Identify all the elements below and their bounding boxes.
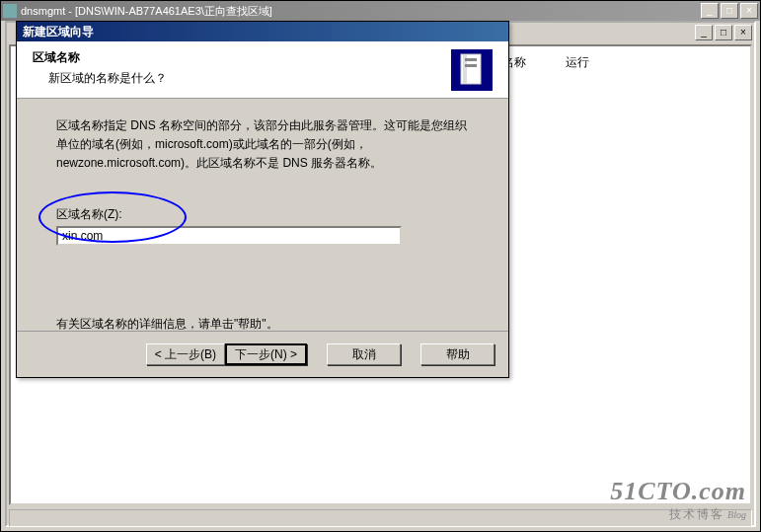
new-zone-wizard-dialog: 新建区域向导 区域名称 新区域的名称是什么？ 区域名称指定 DNS 名称空间的部… [16, 21, 509, 378]
close-button[interactable]: × [740, 3, 758, 19]
watermark-line2: 技术博客 [669, 507, 724, 521]
cancel-button[interactable]: 取消 [327, 343, 401, 365]
zone-name-input[interactable] [56, 226, 402, 246]
zone-name-label: 区域名称(Z): [56, 205, 469, 224]
app-icon [3, 4, 17, 18]
wizard-header-title: 区域名称 [33, 49, 451, 66]
child-close-button[interactable]: × [734, 25, 752, 40]
maximize-button[interactable]: □ [721, 3, 738, 19]
minimize-button[interactable]: _ [701, 3, 719, 19]
watermark-line3: Blog [727, 509, 746, 520]
mmc-titlebar: dnsmgmt - [DNS\WIN-AB77A461AE3\正向查找区域] _… [1, 1, 760, 21]
svg-rect-2 [465, 58, 477, 61]
watermark: 51CTO.com 技术博客 Blog [610, 477, 746, 523]
watermark-line1: 51CTO.com [610, 477, 746, 506]
child-window-controls: _ □ × [695, 25, 752, 38]
child-restore-button[interactable]: □ [715, 25, 732, 40]
back-button[interactable]: < 上一步(B) [146, 343, 225, 365]
dns-server-icon [451, 49, 493, 91]
nav-button-pair: < 上一步(B) 下一步(N) > [146, 343, 307, 365]
wizard-title: 新建区域向导 [23, 24, 94, 40]
svg-rect-3 [465, 64, 477, 67]
window-controls: _ □ × [701, 3, 758, 19]
wizard-description: 区域名称指定 DNS 名称空间的部分，该部分由此服务器管理。这可能是您组织单位的… [56, 116, 469, 174]
next-button[interactable]: 下一步(N) > [225, 343, 307, 365]
mmc-title: dnsmgmt - [DNS\WIN-AB77A461AE3\正向查找区域] [21, 4, 701, 19]
child-minimize-button[interactable]: _ [695, 25, 713, 40]
help-button[interactable]: 帮助 [420, 343, 495, 365]
column-hint: 运行 [566, 54, 589, 71]
wizard-body: 区域名称指定 DNS 名称空间的部分，该部分由此服务器管理。这可能是您组织单位的… [17, 99, 508, 359]
zone-name-field-group: 区域名称(Z): [56, 205, 469, 246]
wizard-header-text: 区域名称 新区域的名称是什么？ [33, 49, 451, 90]
wizard-titlebar: 新建区域向导 [17, 22, 508, 41]
wizard-footer: < 上一步(B) 下一步(N) > 取消 帮助 [17, 331, 508, 365]
wizard-header: 区域名称 新区域的名称是什么？ [17, 41, 508, 99]
wizard-header-subtitle: 新区域的名称是什么？ [48, 70, 451, 87]
